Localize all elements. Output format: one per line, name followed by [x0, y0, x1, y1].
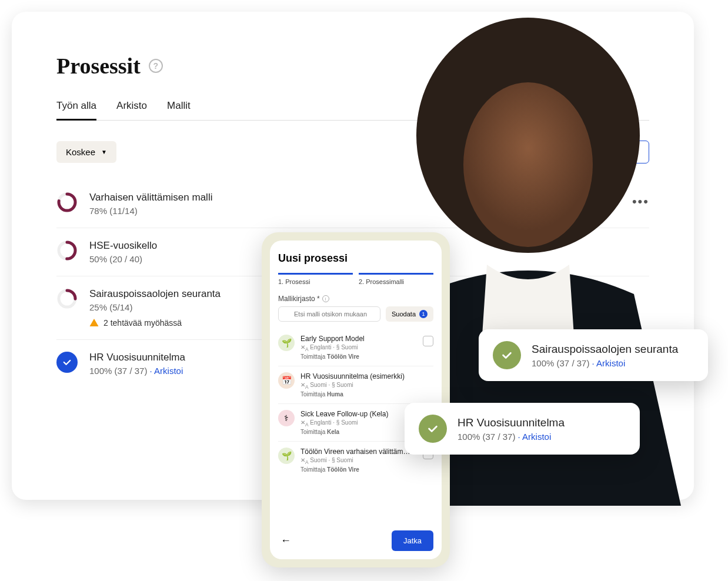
- template-item[interactable]: 🌱 Early Support Model ✕A Englanti · § Su…: [278, 329, 433, 366]
- template-icon: ⚕: [278, 410, 295, 426]
- back-arrow-icon[interactable]: ←: [278, 532, 293, 549]
- template-item[interactable]: 📅 HR Vuosisuunnitelma (esimerkki) ✕A Suo…: [278, 366, 433, 404]
- template-title: HR Vuosisuunnitelma (esimerkki): [300, 372, 433, 380]
- filter-dropdown[interactable]: Koskee ▼: [56, 141, 116, 163]
- template-meta: ✕A Englanti · § Suomi: [300, 344, 417, 352]
- tab-working[interactable]: Työn alla: [56, 100, 96, 120]
- template-icon: 📅: [278, 372, 295, 389]
- progress-ring-icon: [56, 192, 78, 213]
- chevron-down-icon: ▼: [101, 149, 107, 155]
- template-title: Early Support Model: [300, 335, 417, 343]
- wizard-steps: 1. Prosessi 2. Prosessimalli: [278, 273, 433, 285]
- wizard-step-2[interactable]: 2. Prosessimalli: [359, 273, 433, 285]
- search-input[interactable]: [278, 306, 380, 322]
- continue-button[interactable]: Jatka: [392, 530, 433, 551]
- status-card: HR Vuosisuunnitelma 100% (37 / 37) · Ark…: [405, 403, 640, 455]
- archive-link[interactable]: · Arkistoi: [150, 366, 183, 376]
- template-checkbox[interactable]: [423, 336, 433, 346]
- check-circle-icon: [419, 415, 447, 443]
- search-row: Suodata 1: [278, 306, 433, 322]
- template-provider: Toimittaja Huma: [300, 391, 433, 398]
- mobile-title: Uusi prosessi: [278, 252, 433, 265]
- template-provider: Toimittaja Töölön Vire: [300, 466, 417, 473]
- template-title: Töölön Vireen varhaisen välittäm…: [300, 448, 417, 456]
- page-title: Prosessit: [56, 53, 141, 79]
- complete-check-icon: [56, 352, 78, 373]
- template-icon: 🌱: [278, 335, 295, 351]
- progress-ring-icon: [56, 288, 78, 309]
- filter-label: Koskee: [66, 147, 95, 157]
- warning-icon: [89, 318, 99, 328]
- info-icon[interactable]: i: [322, 295, 329, 302]
- template-icon: 🌱: [278, 448, 295, 464]
- status-meta: 100% (37 / 37) · Arkistoi: [532, 358, 678, 368]
- filter-count-badge: 1: [419, 310, 428, 318]
- template-provider: Toimittaja Töölön Vire: [300, 353, 417, 360]
- mobile-footer: ← Jatka: [278, 530, 433, 551]
- progress-ring-icon: [56, 240, 78, 261]
- mobile-inner: Uusi prosessi 1. Prosessi 2. Prosessimal…: [270, 241, 442, 559]
- tab-templates[interactable]: Mallit: [167, 100, 191, 120]
- filter-button[interactable]: Suodata 1: [386, 306, 433, 322]
- template-meta: ✕A Suomi · § Suomi: [300, 382, 433, 390]
- archive-link[interactable]: · Arkistoi: [518, 432, 552, 442]
- status-title: Sairauspoissaolojen seuranta: [532, 343, 678, 356]
- wizard-step-1[interactable]: 1. Prosessi: [278, 273, 353, 285]
- status-meta: 100% (37 / 37) · Arkistoi: [457, 432, 565, 442]
- tab-archive[interactable]: Arkisto: [116, 100, 147, 120]
- svg-point-7: [463, 82, 593, 247]
- status-title: HR Vuosisuunnitelma: [457, 416, 565, 429]
- status-card: Sairauspoissaolojen seuranta 100% (37 / …: [479, 329, 708, 381]
- warning-text: 2 tehtävää myöhässä: [103, 318, 182, 328]
- check-circle-icon: [493, 341, 521, 369]
- mobile-card: Uusi prosessi 1. Prosessi 2. Prosessimal…: [262, 232, 450, 567]
- help-icon[interactable]: ?: [149, 59, 163, 73]
- archive-link[interactable]: · Arkistoi: [592, 358, 626, 368]
- form-label: Mallikirjasto * i: [278, 295, 433, 303]
- template-meta: ✕A Suomi · § Suomi: [300, 457, 417, 465]
